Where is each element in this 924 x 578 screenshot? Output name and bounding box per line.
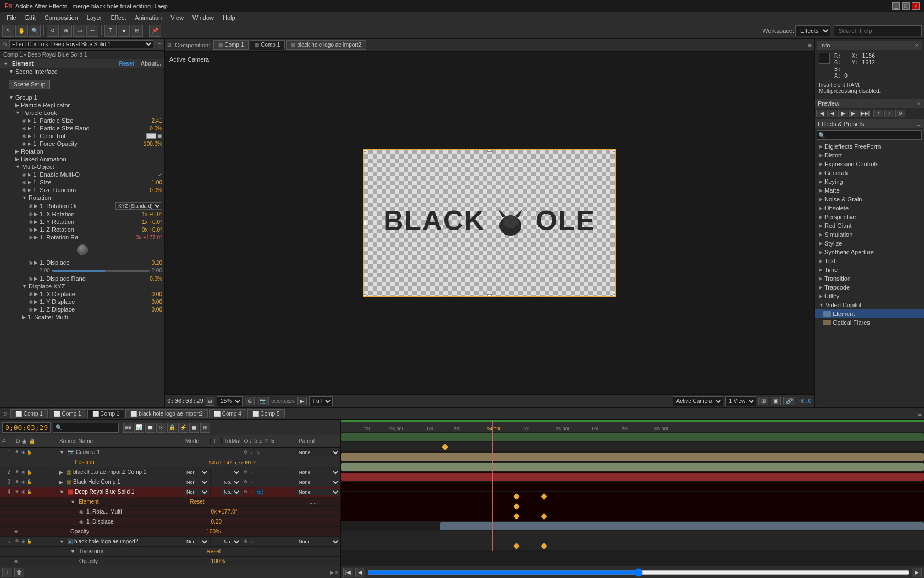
ep-optical-flares-sub[interactable]: Optical Flares xyxy=(815,318,924,327)
tool-pen[interactable]: ✒ xyxy=(86,25,98,37)
color-tint-swatch[interactable] xyxy=(146,133,156,139)
y-rotation-value[interactable]: 1x +0.0° xyxy=(142,219,162,225)
effects-search-input[interactable] xyxy=(817,130,922,140)
render-btn[interactable]: ▶ xyxy=(297,397,307,405)
tool-unify[interactable]: ⊕ xyxy=(60,25,72,37)
menu-edit[interactable]: Edit xyxy=(21,13,40,22)
tool-mask[interactable]: ▭ xyxy=(73,25,85,37)
rotation-group-row[interactable]: ▼ Rotation xyxy=(0,194,164,201)
menu-file[interactable]: File xyxy=(2,13,21,22)
l1-aa-1[interactable]: ⚙ xyxy=(243,450,248,455)
l5-aa-1[interactable]: ⚙ xyxy=(243,539,248,544)
sub5t-reset[interactable]: Reset xyxy=(205,548,341,554)
search-help-input[interactable] xyxy=(834,25,922,36)
track-bar-2[interactable] xyxy=(341,453,924,461)
layer-solo-1[interactable]: ◉ xyxy=(20,450,26,455)
size-random-row[interactable]: ◉ ▶ 1. Size Random 0.0% xyxy=(0,186,164,194)
handle-bottom-left[interactable] xyxy=(363,294,366,297)
comp-tab-1[interactable]: ▦Comp 1 xyxy=(213,40,249,50)
menu-help[interactable]: Help xyxy=(218,13,240,22)
quality-select[interactable]: Full xyxy=(309,396,333,406)
displace-xyz-row[interactable]: ▼ Displace XYZ xyxy=(0,282,164,290)
viewer-menu-icon[interactable]: ≡ xyxy=(809,42,812,48)
tl-tab-3[interactable]: ⬜ Comp 1 xyxy=(87,409,125,418)
layer-solo-4[interactable]: ◉ xyxy=(20,489,26,495)
tool-hand[interactable]: ✋ xyxy=(15,25,28,37)
reset-button[interactable]: Reset xyxy=(119,61,134,67)
particle-size-rand-row[interactable]: ◉ ▶ 1. Particle Size Rand 0.0% xyxy=(0,124,164,132)
layer-lock-2[interactable]: 🔒 xyxy=(26,470,32,475)
view-select[interactable]: 1 View xyxy=(725,396,756,406)
l4-aa-2[interactable]: / xyxy=(249,489,255,495)
kf-4-op2[interactable] xyxy=(541,513,547,519)
l5-parent-select[interactable]: None xyxy=(296,538,340,545)
tl-motion2-btn[interactable]: ◼ xyxy=(189,423,199,433)
color-tint-row[interactable]: ◉ ▶ 1. Color Tint ▣ xyxy=(0,132,164,140)
transparency-btn[interactable]: ▣ xyxy=(771,397,781,405)
tl-mode-btn[interactable]: ≡≡ xyxy=(123,423,133,433)
layer-lock-4[interactable]: 🔒 xyxy=(26,489,32,495)
prev-settings-btn[interactable]: ⚙ xyxy=(895,110,905,117)
effect-controls-select[interactable]: Effect Controls: Deep Royal Blue Solid 1 xyxy=(9,40,153,48)
force-opacity-row[interactable]: ◉ ▶ 1. Force Opacity 100.0% xyxy=(0,140,164,148)
l3-aa-2[interactable]: / xyxy=(249,479,255,485)
l1-aa-3[interactable]: ⊙ xyxy=(256,450,261,455)
prev-play-btn[interactable]: ▶ xyxy=(838,110,848,117)
scatter-multi-row[interactable]: ▶ 1. Scatter Multi xyxy=(0,313,164,321)
scene-setup-button[interactable]: Scene Setup xyxy=(9,80,50,89)
prev-back-btn[interactable]: ◀ xyxy=(827,110,837,117)
baked-animation-row[interactable]: ▶ Baked Animation xyxy=(0,155,164,163)
l3-parent-select[interactable]: None xyxy=(296,479,340,486)
particle-size-value[interactable]: 2.41 xyxy=(152,118,162,124)
handle-bottom-right[interactable] xyxy=(613,294,616,297)
ep-simulation[interactable]: ▶ Simulation xyxy=(815,230,924,239)
ep-generate[interactable]: ▶ Generate xyxy=(815,168,924,177)
displace-row[interactable]: ◉ ▶ 1. Displace 0.20 xyxy=(0,259,164,266)
x-rotation-row[interactable]: ◉ ▶ 1. X Rotation 1x +0.0° xyxy=(0,210,164,218)
l3-trk-select[interactable]: No. xyxy=(222,479,241,486)
layer-row-1[interactable]: 1 👁 ◉ 🔒 ▼ 📷 Camera 1 xyxy=(0,448,340,457)
prev-loop-btn[interactable]: ↺ xyxy=(873,110,883,117)
close-button[interactable]: × xyxy=(912,2,920,10)
panel-menu-icon[interactable]: ≡ xyxy=(158,41,161,48)
l3-mode-select[interactable]: Nor xyxy=(184,479,209,486)
l5-mode-select[interactable]: Nor xyxy=(184,538,209,545)
delete-layer-btn[interactable]: 🗑 xyxy=(14,568,24,577)
x-displace-value[interactable]: 0.00 xyxy=(152,291,162,297)
x-displace-row[interactable]: ◉ ▶ 1. X Displace 0.00 xyxy=(0,290,164,298)
l5-twirl[interactable]: ▼ xyxy=(59,539,64,544)
size-random-value[interactable]: 0.0% xyxy=(150,187,162,193)
tl-switches-btn[interactable]: ⊞ xyxy=(200,423,210,433)
ep-video-copilot[interactable]: ▼ Video Copilot xyxy=(815,301,924,309)
l5-trk-select[interactable]: No. xyxy=(222,538,241,545)
snap-btn[interactable]: 🔗 xyxy=(783,397,795,405)
layer-solo-3[interactable]: ◉ xyxy=(20,479,26,485)
tl-solo-btn[interactable]: ☉ xyxy=(156,423,166,433)
ep-keying[interactable]: ▶ Keying xyxy=(815,177,924,186)
ep-time[interactable]: ▶ Time xyxy=(815,265,924,274)
ep-menu[interactable]: ≡ xyxy=(917,121,921,127)
l4-twirl[interactable]: ▼ xyxy=(59,489,64,495)
rotation-or-select[interactable]: XYZ (Standard) xyxy=(116,202,162,210)
tl-motion-btn[interactable]: 🔲 xyxy=(145,423,155,433)
layer-solo-2[interactable]: ◉ xyxy=(20,470,26,475)
l4-trk-select[interactable]: No. xyxy=(222,489,241,495)
menu-animation[interactable]: Animation xyxy=(130,13,166,22)
new-layer-btn[interactable]: + xyxy=(2,568,12,577)
tool-text[interactable]: T xyxy=(105,25,117,37)
size-row[interactable]: ◉ ▶ 1. Size 1.00 xyxy=(0,178,164,186)
timeline-search-input[interactable] xyxy=(53,423,119,433)
element-section[interactable]: ▼ Element Reset About... xyxy=(0,59,164,68)
tl-tab-1[interactable]: ⬜ Comp 1 xyxy=(10,409,48,418)
ep-expression[interactable]: ▶ Expression Controls xyxy=(815,160,924,168)
l3-twirl[interactable]: ▶ xyxy=(59,479,63,485)
ep-synthetic[interactable]: ▶ Synthetic Aperture xyxy=(815,248,924,257)
track-bar-4[interactable] xyxy=(341,473,924,481)
l4-mode-select[interactable]: Nor xyxy=(184,489,209,495)
particle-size-rand-value[interactable]: 0.0% xyxy=(150,126,162,132)
menu-window[interactable]: Window xyxy=(188,13,218,22)
l2-aa-1[interactable]: ⚙ xyxy=(243,470,248,475)
layer-eye-1[interactable]: 👁 xyxy=(14,450,20,455)
l4-parent-select[interactable]: None xyxy=(296,489,340,495)
minimize-button[interactable]: _ xyxy=(892,2,900,10)
